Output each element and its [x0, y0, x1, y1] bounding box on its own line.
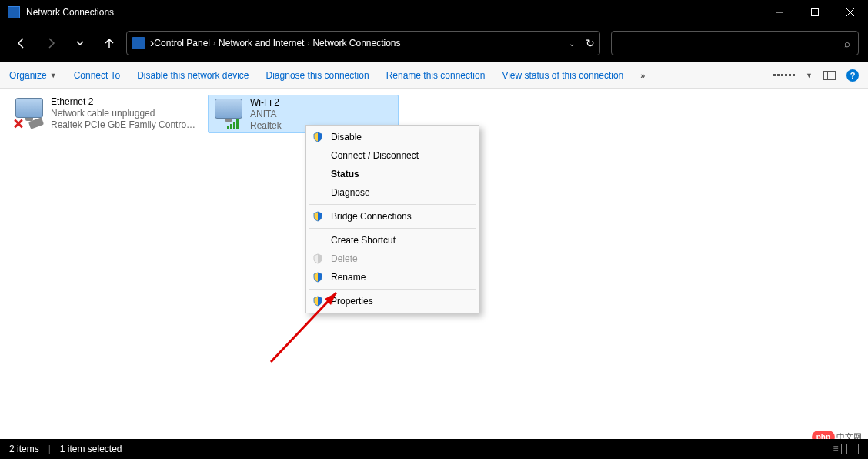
signal-strength-icon	[227, 119, 239, 129]
shield-icon	[312, 272, 323, 283]
shield-icon	[312, 296, 323, 307]
shield-icon	[312, 132, 323, 142]
view-status-button[interactable]: View status of this connection	[502, 70, 623, 81]
disconnected-icon	[12, 118, 25, 130]
status-bar: 2 items | 1 item selected	[0, 439, 868, 459]
breadcrumb: Control Panel › Network and Internet › N…	[154, 38, 564, 49]
connect-to-button[interactable]: Connect To	[74, 70, 121, 81]
preview-pane-icon[interactable]	[823, 71, 836, 80]
chevron-down-icon[interactable]: ⌄	[569, 39, 575, 48]
menu-properties[interactable]: Properties	[306, 292, 479, 310]
maximize-button[interactable]	[797, 0, 833, 25]
connection-device: Realtek	[250, 120, 282, 131]
forward-button[interactable]	[38, 31, 63, 55]
breadcrumb-item[interactable]: Network and Internet	[219, 38, 304, 49]
context-menu: Disable Connect / Disconnect Status Diag…	[305, 125, 479, 313]
organize-menu[interactable]: Organize ▼	[9, 70, 57, 81]
menu-delete: Delete	[306, 250, 479, 268]
menu-separator	[309, 289, 476, 290]
connection-name: Ethernet 2	[51, 96, 197, 108]
chevron-right-icon: ›	[213, 39, 215, 47]
close-button[interactable]	[833, 0, 868, 25]
shield-icon	[312, 253, 323, 264]
connection-device: Realtek PCIe GbE Family Controller	[51, 119, 197, 131]
tiles-view-icon[interactable]	[846, 444, 859, 454]
connection-status: Network cable unplugged	[51, 108, 197, 119]
rename-button[interactable]: Rename this connection	[386, 70, 486, 81]
wifi-icon	[212, 97, 245, 131]
window-controls	[762, 0, 868, 25]
menu-separator	[309, 204, 476, 205]
diagnose-button[interactable]: Diagnose this connection	[266, 70, 369, 81]
menu-diagnose[interactable]: Diagnose	[306, 183, 479, 202]
connection-status: ANITA	[250, 109, 282, 120]
disable-device-button[interactable]: Disable this network device	[137, 70, 249, 81]
ethernet-icon	[12, 96, 46, 130]
chevron-right-icon: ›	[307, 39, 309, 47]
address-bar[interactable]: › Control Panel › Network and Internet ›…	[126, 31, 600, 55]
refresh-icon[interactable]: ↻	[586, 37, 595, 49]
view-mode-icon[interactable]	[773, 74, 795, 76]
window-title: Network Connections	[26, 7, 762, 18]
overflow-menu[interactable]: »	[640, 71, 646, 80]
help-icon[interactable]: ?	[846, 69, 859, 82]
window-titlebar: Network Connections	[0, 0, 868, 25]
view-controls: ▼ ?	[773, 69, 859, 82]
menu-connect-disconnect[interactable]: Connect / Disconnect	[306, 146, 479, 165]
menu-create-shortcut[interactable]: Create Shortcut	[306, 231, 479, 250]
view-mode-icons	[830, 444, 859, 454]
svg-rect-0	[812, 9, 819, 16]
search-icon: ⌕	[844, 38, 850, 49]
shield-icon	[312, 211, 323, 222]
connection-ethernet[interactable]: Ethernet 2 Network cable unplugged Realt…	[9, 95, 200, 133]
chevron-down-icon[interactable]: ▼	[806, 72, 813, 79]
command-toolbar: Organize ▼ Connect To Disable this netwo…	[0, 62, 868, 89]
minimize-button[interactable]	[762, 0, 797, 25]
connection-name: Wi-Fi 2	[250, 97, 282, 109]
menu-bridge[interactable]: Bridge Connections	[306, 207, 479, 226]
menu-separator	[309, 228, 476, 229]
back-button[interactable]	[9, 31, 34, 55]
item-count: 2 items	[9, 444, 39, 454]
app-icon	[8, 6, 20, 18]
recent-dropdown[interactable]	[68, 31, 92, 55]
navigation-bar: › Control Panel › Network and Internet ›…	[0, 25, 868, 62]
location-icon	[132, 37, 145, 49]
details-view-icon[interactable]	[830, 444, 842, 454]
menu-rename[interactable]: Rename	[306, 268, 479, 286]
selection-count: 1 item selected	[60, 444, 122, 454]
menu-disable[interactable]: Disable	[306, 128, 479, 146]
up-button[interactable]	[97, 31, 122, 55]
chevron-down-icon: ▼	[50, 72, 57, 79]
menu-status[interactable]: Status	[306, 165, 479, 183]
breadcrumb-item[interactable]: Network Connections	[312, 38, 400, 49]
search-input[interactable]: ⌕	[611, 31, 859, 55]
breadcrumb-item[interactable]: Control Panel	[154, 38, 210, 49]
